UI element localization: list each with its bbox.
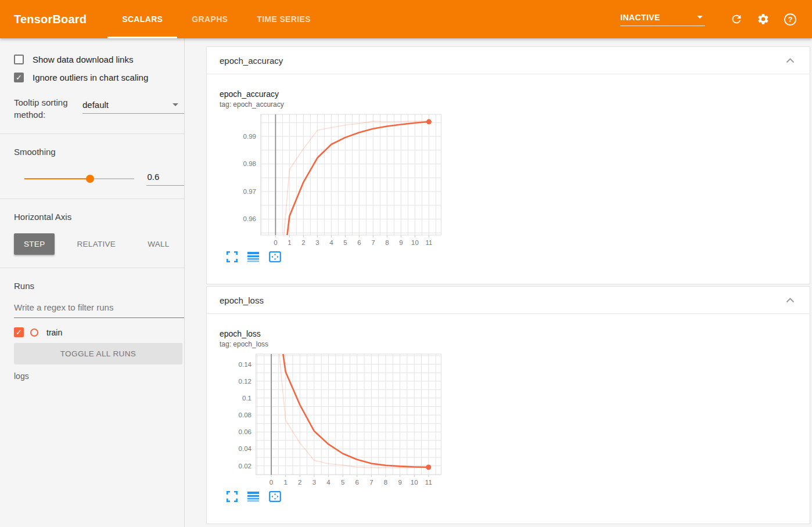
svg-text:3: 3 bbox=[312, 479, 316, 486]
horizontal-axis-label: Horizontal Axis bbox=[14, 212, 184, 222]
card-header: epoch_loss bbox=[207, 287, 810, 314]
card-title: epoch_accuracy bbox=[220, 56, 283, 66]
checkbox-label: Show data download links bbox=[33, 55, 133, 64]
axis-option-wall[interactable]: WALL bbox=[138, 233, 179, 255]
slider-thumb[interactable] bbox=[86, 175, 94, 183]
svg-text:7: 7 bbox=[371, 239, 375, 246]
svg-text:0.14: 0.14 bbox=[239, 361, 252, 368]
dashboard-main: epoch_accuracy epoch_accuracy tag: epoch… bbox=[185, 38, 812, 527]
app-header: TensorBoard SCALARS GRAPHS TIME SERIES I… bbox=[0, 0, 812, 38]
gear-icon[interactable] bbox=[756, 12, 770, 26]
tooltip-sorting-value: default bbox=[82, 100, 109, 110]
chart-actions bbox=[225, 490, 810, 503]
axis-option-step[interactable]: STEP bbox=[14, 233, 55, 255]
chart-title: epoch_accuracy bbox=[220, 89, 810, 99]
run-checkbox-icon[interactable] bbox=[14, 327, 24, 337]
slider-fill bbox=[24, 178, 90, 179]
scalar-card-epoch-accuracy: epoch_accuracy epoch_accuracy tag: epoch… bbox=[206, 46, 810, 284]
divider bbox=[0, 198, 184, 199]
svg-text:0.97: 0.97 bbox=[243, 188, 256, 195]
help-icon[interactable]: ? bbox=[783, 12, 797, 26]
svg-text:2: 2 bbox=[298, 479, 301, 486]
scalar-card-epoch-loss: epoch_loss epoch_loss tag: epoch_loss 0.… bbox=[206, 286, 810, 524]
collapse-chevron-up-icon[interactable] bbox=[783, 53, 797, 67]
reload-status-dropdown[interactable]: INACTIVE bbox=[620, 13, 705, 26]
svg-text:1: 1 bbox=[288, 239, 291, 246]
svg-text:4: 4 bbox=[329, 239, 333, 246]
run-filter-input[interactable] bbox=[14, 299, 185, 318]
settings-sidebar: Show data download links Ignore outliers… bbox=[0, 38, 185, 527]
checkbox-icon[interactable] bbox=[14, 55, 24, 64]
run-isolator-radio-icon[interactable] bbox=[30, 329, 38, 337]
svg-text:11: 11 bbox=[425, 239, 432, 246]
tab-time-series[interactable]: TIME SERIES bbox=[242, 0, 325, 38]
run-item-train[interactable]: train bbox=[14, 327, 184, 337]
svg-text:10: 10 bbox=[411, 239, 419, 246]
smoothing-value[interactable]: 0.6 bbox=[146, 172, 185, 186]
svg-text:8: 8 bbox=[384, 479, 387, 486]
svg-text:9: 9 bbox=[398, 479, 401, 486]
run-item-label: train bbox=[46, 328, 62, 337]
axis-option-relative[interactable]: RELATIVE bbox=[67, 233, 125, 255]
svg-text:5: 5 bbox=[343, 239, 347, 246]
svg-text:0.08: 0.08 bbox=[239, 412, 251, 418]
svg-text:3: 3 bbox=[315, 239, 319, 246]
card-header: epoch_accuracy bbox=[207, 47, 810, 74]
expand-chart-icon[interactable] bbox=[225, 250, 238, 263]
chevron-down-icon bbox=[697, 16, 703, 19]
chart-title: epoch_loss bbox=[220, 329, 810, 338]
svg-text:11: 11 bbox=[425, 479, 432, 486]
tab-scalars[interactable]: SCALARS bbox=[107, 0, 177, 38]
refresh-icon[interactable] bbox=[730, 12, 743, 26]
svg-text:7: 7 bbox=[369, 479, 373, 486]
smoothing-label: Smoothing bbox=[14, 147, 184, 157]
log-scale-icon[interactable] bbox=[247, 490, 260, 503]
line-chart-epoch-accuracy[interactable]: 0.960.970.980.9901234567891011 bbox=[220, 111, 810, 249]
svg-text:0.96: 0.96 bbox=[243, 215, 256, 222]
svg-text:10: 10 bbox=[411, 479, 418, 486]
svg-text:0.98: 0.98 bbox=[243, 160, 256, 167]
card-title: epoch_loss bbox=[220, 295, 264, 305]
checkbox-icon[interactable] bbox=[14, 73, 24, 82]
fit-domain-icon[interactable] bbox=[268, 490, 281, 503]
svg-text:6: 6 bbox=[357, 239, 361, 246]
show-download-links-checkbox[interactable]: Show data download links bbox=[14, 55, 184, 64]
fit-domain-icon[interactable] bbox=[268, 250, 281, 263]
expand-chart-icon[interactable] bbox=[225, 490, 238, 503]
line-chart-epoch-loss[interactable]: 0.020.040.060.080.10.120.140123456789101… bbox=[220, 351, 810, 489]
svg-text:?: ? bbox=[788, 15, 792, 23]
tooltip-sorting-label: Tooltip sorting method: bbox=[14, 96, 82, 121]
app-title: TensorBoard bbox=[14, 13, 87, 26]
svg-text:0: 0 bbox=[274, 239, 277, 246]
tab-graphs[interactable]: GRAPHS bbox=[177, 0, 242, 38]
svg-text:0.04: 0.04 bbox=[239, 445, 252, 452]
ignore-outliers-checkbox[interactable]: Ignore outliers in chart scaling bbox=[14, 73, 184, 82]
svg-text:0.99: 0.99 bbox=[243, 133, 256, 140]
divider bbox=[0, 133, 184, 134]
divider bbox=[0, 268, 184, 268]
chart-tag: tag: epoch_accuracy bbox=[220, 100, 810, 109]
collapse-chevron-up-icon[interactable] bbox=[783, 293, 797, 307]
svg-text:4: 4 bbox=[326, 479, 330, 486]
toggle-all-runs-button[interactable]: TOGGLE ALL RUNS bbox=[14, 343, 182, 364]
svg-text:0.1: 0.1 bbox=[242, 395, 251, 402]
svg-text:2: 2 bbox=[301, 239, 305, 246]
reload-status-value: INACTIVE bbox=[620, 13, 660, 22]
svg-text:8: 8 bbox=[385, 239, 389, 246]
svg-text:9: 9 bbox=[399, 239, 403, 246]
log-scale-icon[interactable] bbox=[247, 250, 260, 263]
chart-actions bbox=[225, 250, 810, 263]
runs-label: Runs bbox=[14, 281, 184, 291]
svg-text:6: 6 bbox=[355, 479, 359, 486]
svg-text:0.06: 0.06 bbox=[239, 428, 251, 435]
tooltip-sorting-dropdown[interactable]: default bbox=[82, 99, 184, 114]
checkbox-label: Ignore outliers in chart scaling bbox=[33, 73, 148, 82]
chevron-down-icon bbox=[173, 103, 178, 106]
svg-text:0.12: 0.12 bbox=[239, 378, 251, 385]
svg-text:0: 0 bbox=[270, 479, 273, 486]
tab-bar: SCALARS GRAPHS TIME SERIES bbox=[107, 0, 325, 38]
svg-text:1: 1 bbox=[283, 479, 287, 486]
smoothing-slider[interactable] bbox=[24, 178, 134, 179]
header-actions: INACTIVE ? bbox=[620, 12, 797, 26]
svg-text:0.02: 0.02 bbox=[239, 463, 251, 470]
